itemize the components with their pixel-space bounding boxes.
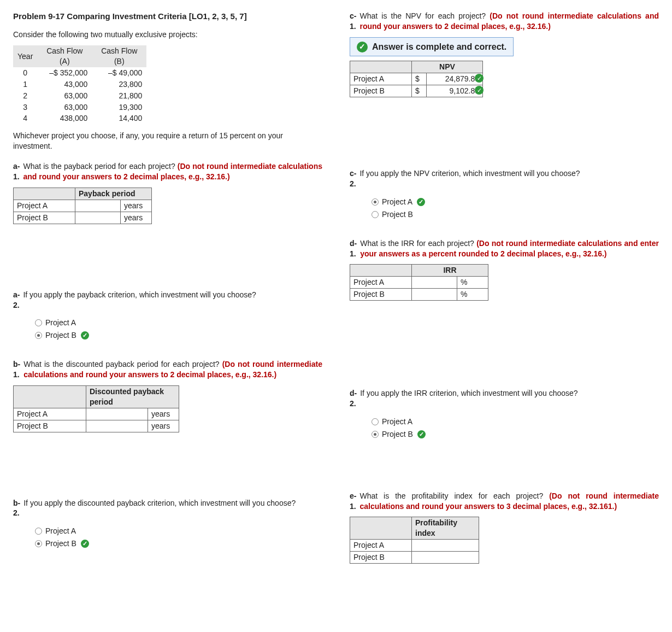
table-row: 143,00023,800: [13, 79, 146, 90]
cash-flow-table: Year Cash Flow (A) Cash Flow (B) 0–$ 352…: [13, 45, 146, 124]
payback-a-input[interactable]: [75, 200, 121, 212]
irr-table: IRR Project A% Project B%: [350, 264, 488, 301]
pi-a-input[interactable]: [412, 540, 479, 552]
disc-payback-a-input[interactable]: [86, 408, 148, 420]
col-cf-a: Cash Flow (A): [37, 45, 92, 67]
question-a2: a-2. If you apply the payback criterion,…: [13, 290, 322, 311]
table-row: 4438,00014,400: [13, 113, 146, 124]
right-column: c-1. What is the NPV for each project? (…: [350, 11, 659, 580]
npv-b-value: 9,102.89: [427, 85, 483, 97]
question-c1: c-1. What is the NPV for each project? (…: [350, 11, 659, 32]
option-a2-project-b[interactable]: Project B: [35, 330, 322, 341]
question-d1: d-1. What is the IRR for each project? (…: [350, 238, 659, 259]
radio-icon: [372, 211, 379, 218]
table-row: 263,00021,800: [13, 90, 146, 102]
table-row: 0–$ 352,000–$ 49,000: [13, 67, 146, 79]
option-d2-project-b[interactable]: Project B: [372, 429, 659, 440]
check-icon: [81, 331, 89, 340]
left-column: Problem 9-17 Comparing Investment Criter…: [13, 11, 322, 580]
option-b2-project-b[interactable]: Project B: [35, 539, 322, 549]
check-icon: [357, 42, 368, 52]
disc-payback-b-input[interactable]: [86, 420, 148, 432]
option-b2-project-a[interactable]: Project A: [35, 526, 322, 536]
table-row: 363,00019,300: [13, 102, 146, 113]
irr-a-input[interactable]: [412, 277, 457, 289]
question-a1: a-1. What is the payback period for each…: [13, 161, 322, 182]
problem-title: Problem 9-17 Comparing Investment Criter…: [13, 11, 322, 22]
radio-icon: [35, 332, 42, 339]
intro-text: Consider the following two mutually excl…: [13, 30, 322, 40]
question-d2: d-2. If you apply the IRR criterion, whi…: [350, 388, 659, 409]
col-cf-b: Cash Flow (B): [92, 45, 146, 67]
payback-table: Payback period Project Ayears Project By…: [13, 188, 152, 224]
pi-b-input[interactable]: [412, 552, 479, 564]
answer-correct-banner: Answer is complete and correct.: [350, 37, 514, 57]
check-icon: [417, 430, 426, 438]
col-year: Year: [13, 45, 37, 67]
npv-table: NPV Project A $ 24,879.80 Project B $ 9,…: [350, 61, 483, 97]
requirement-text: Whichever project you choose, if any, yo…: [13, 131, 322, 151]
radio-icon: [35, 540, 42, 547]
question-c2: c-2. If you apply the NPV criterion, whi…: [350, 168, 659, 189]
profitability-index-table: Profitability index Project A Project B: [350, 517, 479, 564]
check-icon: [81, 540, 89, 548]
option-a2-project-a[interactable]: Project A: [35, 318, 322, 328]
option-c2-project-b[interactable]: Project B: [372, 209, 659, 220]
discounted-payback-table: Discounted payback period Project Ayears…: [13, 385, 179, 432]
radio-icon: [35, 528, 42, 535]
radio-icon: [372, 418, 379, 425]
npv-a-value: 24,879.80: [427, 73, 483, 85]
radio-icon: [372, 198, 379, 206]
question-b1: b-1. What is the discounted payback peri…: [13, 359, 322, 380]
check-icon: [475, 86, 484, 95]
question-e1: e-1. What is the profitability index for…: [350, 491, 659, 512]
payback-b-input[interactable]: [75, 212, 121, 224]
check-icon: [417, 198, 425, 206]
irr-b-input[interactable]: [412, 289, 457, 301]
check-icon: [475, 74, 484, 83]
option-d2-project-a[interactable]: Project A: [372, 417, 659, 427]
radio-icon: [372, 431, 379, 438]
question-b2: b-2. If you apply the discounted payback…: [13, 498, 322, 519]
radio-icon: [35, 319, 42, 326]
option-c2-project-a[interactable]: Project A: [372, 197, 659, 207]
